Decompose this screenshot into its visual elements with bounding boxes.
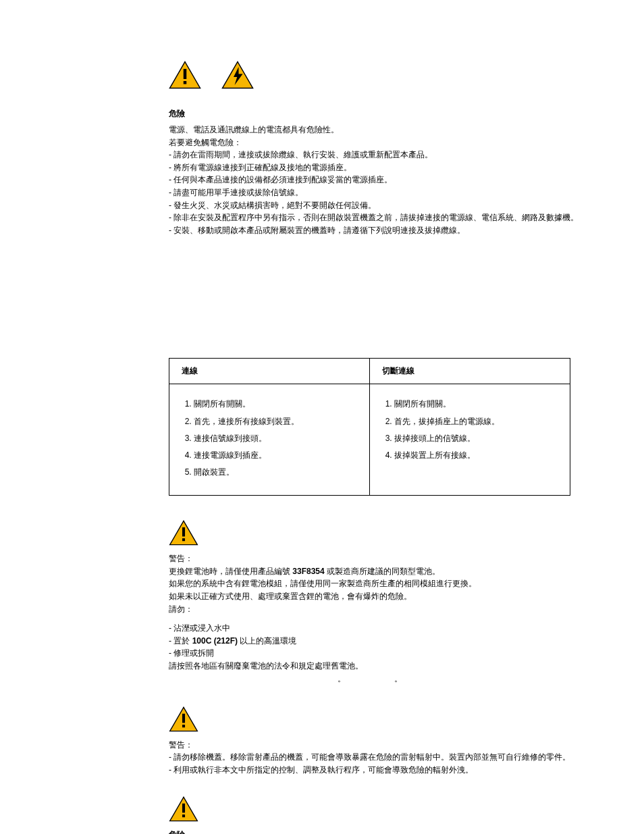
svg-rect-12 — [182, 804, 185, 813]
list-item: 拔掉接頭上的信號線。 — [394, 432, 558, 445]
table-cell-disconnect: 關閉所有開關。 首先，拔掉插座上的電源線。 拔掉接頭上的信號線。 拔掉裝置上所有… — [370, 384, 570, 496]
svg-rect-2 — [184, 81, 187, 84]
caution-icon — [169, 61, 201, 89]
connect-disconnect-table: 連線 切斷連線 關閉所有開關。 首先，連接所有接線到裝置。 連接信號線到接頭。 … — [169, 358, 570, 496]
danger-title: 危險 — [169, 108, 587, 120]
list-item: 連接電源線到插座。 — [194, 449, 357, 462]
caution-line: 請按照各地區有關廢棄電池的法令和規定處理舊電池。 — [169, 660, 587, 673]
table-header-disconnect: 切斷連線 — [370, 359, 570, 384]
danger-line: - 安裝、移動或開啟本產品或附屬裝置的機蓋時，請遵循下列說明連接及拔掉纜線。 — [169, 224, 587, 237]
caution-icon — [169, 520, 198, 546]
danger-line: - 發生火災、水災或結構損害時，絕對不要開啟任何設備。 — [169, 199, 587, 212]
list-item: 關閉所有開關。 — [194, 398, 357, 411]
caution-line: - 請勿移除機蓋。移除雷射產品的機蓋，可能會導致暴露在危險的雷射輻射中。裝置內部… — [169, 751, 587, 764]
table-header-connect: 連線 — [169, 359, 370, 384]
danger-line: - 任何與本產品連接的設備都必須連接到配線妥當的電源插座。 — [169, 174, 587, 186]
hazard-icons-row — [169, 61, 587, 89]
table-cell-connect: 關閉所有開關。 首先，連接所有接線到裝置。 連接信號線到接頭。 連接電源線到插座… — [169, 384, 370, 496]
caution-icon — [169, 706, 198, 732]
caution-section-1: 警告： 更換鋰電池時，請僅使用產品編號 33F8354 或製造商所建議的同類型電… — [169, 520, 587, 685]
degree-marks: 。 。 — [169, 673, 587, 686]
caution-icon — [169, 796, 198, 822]
svg-rect-7 — [182, 538, 185, 541]
danger-line: - 請勿在雷雨期間，連接或拔除纜線、執行安裝、維護或重新配置本產品。 — [169, 149, 587, 161]
caution-title: 警告： — [169, 552, 587, 565]
caution-title: 警告： — [169, 739, 587, 752]
danger-line: 電源、電話及通訊纜線上的電流都具有危險性。 — [169, 124, 587, 136]
danger-line: - 除非在安裝及配置程序中另有指示，否則在開啟裝置機蓋之前，請拔掉連接的電源線、… — [169, 211, 587, 224]
svg-rect-13 — [182, 815, 185, 818]
list-item: 關閉所有開關。 — [394, 398, 558, 411]
danger-line: - 將所有電源線連接到正確配線及接地的電源插座。 — [169, 161, 587, 174]
svg-rect-10 — [182, 725, 185, 727]
shock-hazard-icon — [221, 61, 254, 89]
danger-section-1: 危險 電源、電話及通訊纜線上的電流都具有危險性。 若要避免觸電危險： - 請勿在… — [169, 108, 587, 236]
list-item: 首先，拔掉插座上的電源線。 — [394, 415, 558, 428]
svg-rect-6 — [182, 527, 185, 537]
svg-rect-1 — [184, 69, 187, 79]
list-item: 拔掉裝置上所有接線。 — [394, 449, 558, 462]
caution-line: 更換鋰電池時，請僅使用產品編號 33F8354 或製造商所建議的同類型電池。 — [169, 565, 587, 578]
danger-title: 危險 — [169, 829, 587, 834]
caution-bullet: - 置於 100C (212F) 以上的高溫環境 — [169, 635, 587, 648]
caution-line: 請勿： — [169, 603, 587, 616]
list-item: 首先，連接所有接線到裝置。 — [194, 415, 357, 428]
list-item: 連接信號線到接頭。 — [194, 432, 357, 445]
caution-line: 如果未以正確方式使用、處理或棄置含鋰的電池，會有爆炸的危險。 — [169, 590, 587, 603]
caution-bullet: - 沾溼或浸入水中 — [169, 622, 587, 635]
danger-section-2: 危險 部分雷射產品含有內嵌式 Class 3A 或 Class 3B 雷射二極體… — [169, 796, 587, 834]
danger-line: 若要避免觸電危險： — [169, 136, 587, 149]
caution-section-2: 警告： - 請勿移除機蓋。移除雷射產品的機蓋，可能會導致暴露在危險的雷射輻射中。… — [169, 706, 587, 777]
caution-bullet: - 修理或拆開 — [169, 647, 587, 660]
svg-rect-9 — [182, 713, 185, 723]
caution-line: 如果您的系統中含有鋰電池模組，請僅使用同一家製造商所生產的相同模組進行更換。 — [169, 577, 587, 590]
list-item: 開啟裝置。 — [194, 466, 357, 479]
danger-line: - 請盡可能用單手連接或拔除信號線。 — [169, 186, 587, 199]
caution-line: - 利用或執行非本文中所指定的控制、調整及執行程序，可能會導致危險的輻射外洩。 — [169, 764, 587, 777]
